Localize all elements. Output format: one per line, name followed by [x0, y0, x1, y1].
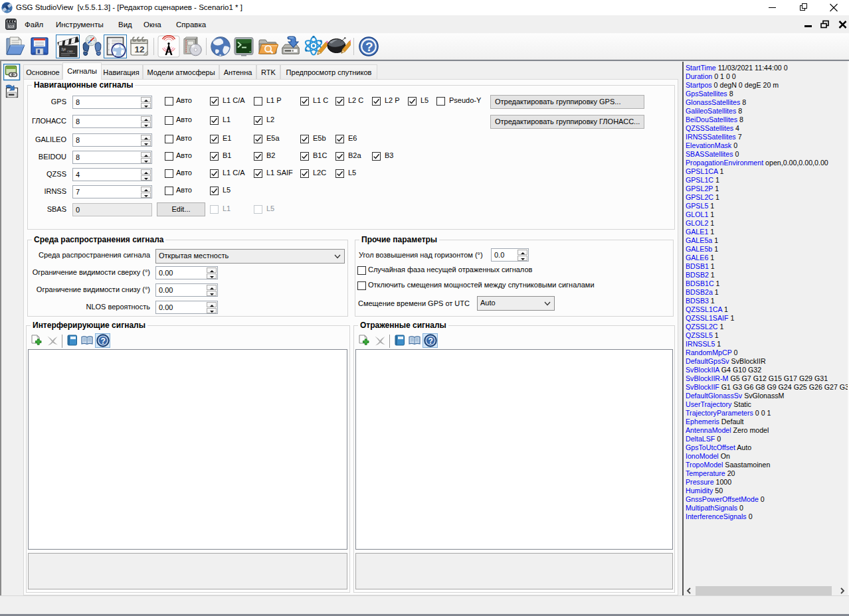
svg-text:?: ?: [428, 337, 433, 346]
svg-text:12: 12: [135, 44, 145, 54]
svg-text:?: ?: [101, 337, 106, 346]
svg-text:?: ?: [365, 40, 373, 54]
svg-text:CM2: CM2: [67, 50, 73, 53]
svg-text:3gk: 3gk: [61, 48, 66, 51]
